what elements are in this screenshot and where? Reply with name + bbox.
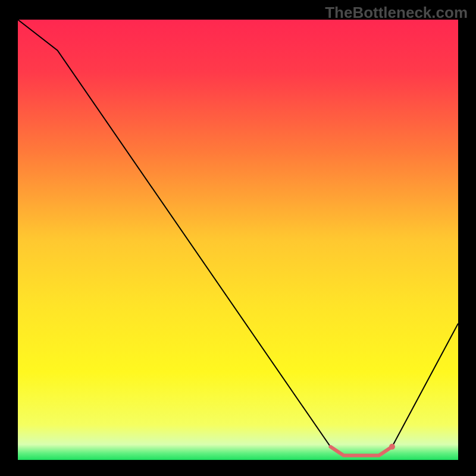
optimal-marker	[389, 444, 395, 450]
chart-background	[18, 20, 458, 460]
watermark-text: TheBottleneck.com	[325, 4, 468, 22]
chart-container: TheBottleneck.com	[0, 0, 476, 476]
chart-svg	[0, 0, 476, 476]
